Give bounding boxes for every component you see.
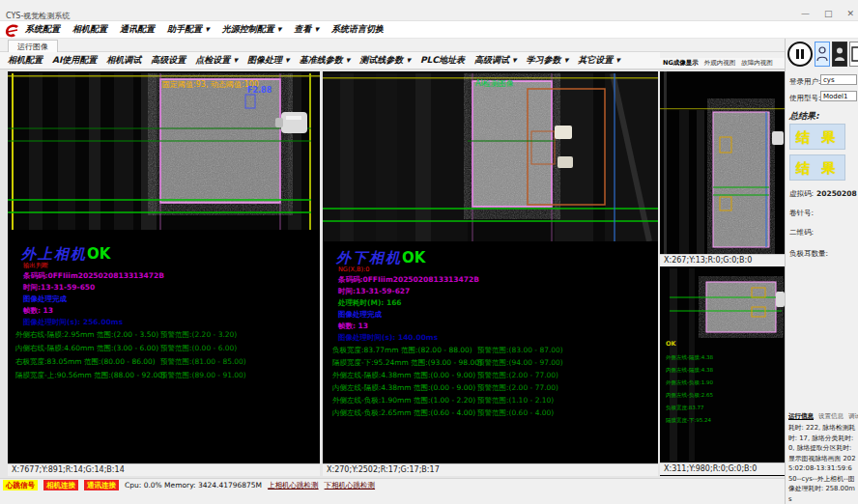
- menu-comm-config[interactable]: 通讯配置: [120, 23, 155, 36]
- thumb-tab-ng-display[interactable]: NG成像显示: [663, 59, 699, 68]
- measure-value: 外侧左线-隔膜:4.38mm 范围:(0.00 - 9.00): [332, 371, 475, 380]
- mid-camera-ok-badge: OK: [402, 249, 425, 266]
- tool-testline-params[interactable]: 测试线参数 ▾: [359, 54, 411, 67]
- info-tab-debug[interactable]: 调试信息: [848, 412, 858, 421]
- pause-button[interactable]: [787, 42, 813, 67]
- measurement-row: 内侧左线-隔膜:4.38mm 范围:(0.00 - 9.00) 预警范围:(2.…: [323, 383, 658, 395]
- tool-spot-check[interactable]: 点检设置 ▾: [195, 54, 238, 67]
- info-tab-run[interactable]: 运行信息: [788, 412, 814, 421]
- measure-value: 内侧左线-负极:2.65mm 范围:(0.60 - 4.00): [332, 408, 475, 418]
- upper-camera-heartbeat-link[interactable]: 上相机心跳检测: [268, 481, 319, 490]
- tool-image-process[interactable]: 图像处理 ▾: [247, 54, 290, 67]
- tool-plc-address[interactable]: PLC地址表: [420, 54, 465, 67]
- menu-light-config[interactable]: 光源控制配置 ▾: [222, 23, 282, 36]
- left-barcode: 条码码:0FFIiim2025020813313472B: [23, 271, 164, 281]
- menu-assistant-config[interactable]: 助手配置 ▾: [167, 23, 210, 36]
- tool-learn-params[interactable]: 学习参数 ▾: [527, 54, 569, 67]
- user-manage-button[interactable]: [832, 42, 847, 67]
- user-login-button[interactable]: [815, 42, 830, 67]
- thumb1-coordinate-bar: X:267;Y:13;R:0;G:0;B:0: [660, 254, 785, 266]
- virtual-code-label: 虚拟码:: [789, 189, 814, 199]
- mid-process-done: 图像处理完成: [338, 310, 382, 320]
- menu-system-config[interactable]: 系统配置: [25, 23, 60, 36]
- main-area: 固定阈值:93, 动态阈值:100 F2.88 外上相机OK 输出判断 条码码:…: [0, 70, 785, 478]
- mid-time: 时间:13-31-59-627: [338, 287, 410, 296]
- mid-barcode: 条码码:0FFIiim2025020813313472B: [338, 275, 479, 285]
- threshold-overlay-text: 固定阈值:93, 动态阈值:100: [162, 80, 259, 89]
- camera-connect-badge: 相机连接: [43, 480, 78, 490]
- menu-view[interactable]: 查看 ▾: [294, 23, 319, 36]
- left-camera-ok-badge: OK: [87, 245, 110, 263]
- measure-value: 外侧左线-负极:1.90mm 范围:(1.00 - 2.20): [332, 396, 475, 406]
- measure-warning: 预警范围:(0.00 - 6.00): [160, 344, 237, 353]
- thumb2-coordinate-bar: X:311;Y:980;R:0;G:0;B:0: [660, 462, 785, 475]
- thumb-tab-fault-view[interactable]: 故障内视图: [741, 59, 773, 68]
- tool-camera-config[interactable]: 相机配置: [8, 54, 43, 67]
- virtual-code-value: 20250208: [816, 189, 857, 198]
- measurement-row: 内侧右线-隔膜:4.60mm 范围:(3.00 - 6.00) 预警范围:(0.…: [8, 344, 320, 355]
- measure-value: 隔膜宽度-上:90.56mm 范围:(88.00 - 92.00): [15, 371, 165, 380]
- comm-connect-badge: 通讯连接: [84, 480, 119, 490]
- mid-camera-image[interactable]: AI检测图像: [323, 73, 658, 241]
- exit-button[interactable]: [849, 42, 858, 67]
- thumb2-line: 负极宽度:83.77: [666, 405, 704, 411]
- menu-camera-config[interactable]: 相机配置: [72, 23, 107, 36]
- pin-number-label: 卷针号:: [789, 209, 814, 218]
- measure-value: 外侧右线-隔膜:2.95mm 范围:(2.00 - 3.50): [15, 330, 158, 340]
- measure-warning: 预警范围:(81.00 - 85.00): [160, 357, 246, 367]
- thumb2-line: 隔膜宽度-下:95.24: [666, 417, 712, 424]
- mid-camera-name: 外下相机: [336, 249, 402, 266]
- info-tab-settings[interactable]: 设置信息: [818, 412, 844, 421]
- menu-language-switch[interactable]: 系统语言切换: [331, 23, 384, 36]
- thumbnail-1-image[interactable]: [660, 71, 785, 254]
- measure-warning: 预警范围:(94.00 - 97.00): [477, 358, 563, 368]
- model-input[interactable]: [820, 91, 857, 101]
- left-camera-panel: 固定阈值:93, 动态阈值:100 F2.88 外上相机OK 输出判断 条码码:…: [8, 71, 320, 476]
- thumb2-line: 外侧左线-隔膜:4.38: [666, 354, 714, 361]
- measure-value: 隔膜宽度-下:95.24mm 范围:(93.00 - 98.00): [332, 358, 482, 368]
- menu-bar: 系统配置 相机配置 通讯配置 助手配置 ▾ 光源控制配置 ▾ 查看 ▾ 系统语言…: [0, 21, 858, 39]
- left-time: 时间:13-31-59-650: [23, 283, 95, 293]
- user-icon: [816, 46, 828, 62]
- tab-strip: 运行图像: [0, 39, 785, 52]
- thumbnail-column: X:267;Y:13;R:0;G:0;B:0 OK 外侧左线-隔膜:4.38 内…: [660, 71, 785, 476]
- heartbeat-badge: 心跳信号: [3, 480, 38, 490]
- close-button[interactable]: ✕: [846, 9, 854, 18]
- measurement-row: 右极宽度:83.05mm 范围:(80.00 - 86.00) 预警范围:(81…: [8, 357, 320, 369]
- measure-warning: 预警范围:(0.60 - 4.00): [477, 408, 554, 418]
- mid-frame-count: 帧数: 13: [338, 322, 368, 331]
- lower-camera-heartbeat-link[interactable]: 下相机心跳检测: [325, 481, 376, 490]
- thumb2-line: 内侧左线-隔膜:4.38: [666, 367, 714, 374]
- login-user-label: 登录用户:: [789, 77, 821, 87]
- tool-advanced-debug[interactable]: 高级调试 ▾: [474, 54, 517, 67]
- measure-value: 负极宽度:83.77mm 范围:(82.00 - 88.00): [332, 346, 472, 355]
- tool-ai-use-config[interactable]: AI使用配置: [52, 54, 97, 67]
- app-logo-icon: [4, 23, 21, 39]
- thumb-tab-outer-view[interactable]: 外观内视图: [704, 59, 736, 68]
- measurement-row: 外侧左线-负极:1.90mm 范围:(1.00 - 2.20) 预警范围:(1.…: [323, 396, 658, 407]
- tool-advanced-settings[interactable]: 高级设置: [151, 54, 186, 67]
- maximize-button[interactable]: □: [824, 9, 833, 18]
- left-process-time: 图像处理时间(s): 256.00ms: [23, 318, 123, 327]
- thumbnail-2-image[interactable]: OK 外侧左线-隔膜:4.38 内侧左线-隔膜:4.38 外侧左线-负极:1.9…: [660, 268, 785, 462]
- login-user-input[interactable]: [820, 74, 857, 85]
- toolbar: 相机配置 AI使用配置 相机调试 高级设置 点检设置 ▾ 图像处理 ▾ 基准线参…: [0, 52, 660, 70]
- left-coordinate-bar: X:7677;Y:891;R:14;G:14;B:14: [8, 463, 320, 476]
- measurement-row: 外侧右线-隔膜:2.95mm 范围:(2.00 - 3.50) 预警范围:(2.…: [8, 330, 320, 342]
- minimize-button[interactable]: —: [801, 9, 810, 18]
- left-camera-image[interactable]: 固定阈值:93, 动态阈值:100 F2.88: [8, 73, 320, 230]
- tool-other-settings[interactable]: 其它设置 ▾: [578, 54, 620, 67]
- left-frame-count: 帧数: 13: [23, 306, 53, 316]
- window-controls: — □ ✕: [801, 9, 854, 18]
- tool-camera-debug[interactable]: 相机调试: [106, 54, 141, 67]
- window-title: CYS-视觉检测系统: [6, 11, 70, 21]
- tool-baseline-params[interactable]: 基准线参数 ▾: [300, 54, 351, 67]
- negative-tab-count-label: 负极耳数量:: [789, 249, 828, 259]
- tab-run-image[interactable]: 运行图像: [8, 40, 58, 52]
- measure-value: 内侧右线-隔膜:4.60mm 范围:(3.00 - 6.00): [15, 344, 158, 353]
- left-camera-name: 外上相机: [21, 245, 87, 263]
- connector-part: [281, 112, 307, 133]
- qr-code-label: 二维码:: [789, 228, 814, 238]
- thumb2-ok-label: OK: [666, 340, 677, 348]
- measurement-row: 内侧左线-负极:2.65mm 范围:(0.60 - 4.00) 预警范围:(0.…: [323, 408, 658, 420]
